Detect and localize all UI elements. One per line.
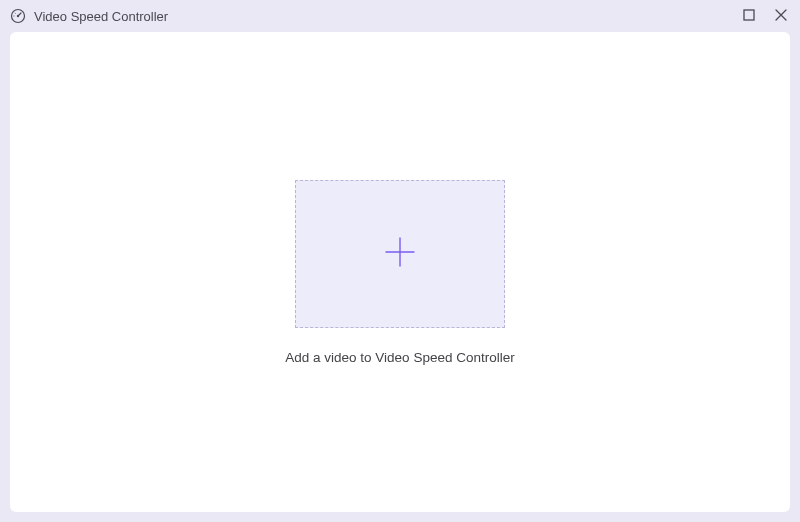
plus-icon: [378, 230, 422, 278]
window-title: Video Speed Controller: [34, 9, 168, 24]
app-window: Video Speed Controller: [0, 0, 800, 522]
window-controls: [740, 7, 790, 25]
titlebar-left: Video Speed Controller: [10, 8, 168, 24]
titlebar: Video Speed Controller: [0, 0, 800, 32]
instruction-text: Add a video to Video Speed Controller: [285, 350, 514, 365]
add-video-dropzone[interactable]: [295, 180, 505, 328]
close-icon: [775, 9, 787, 24]
close-button[interactable]: [772, 7, 790, 25]
maximize-icon: [743, 9, 755, 24]
svg-point-1: [17, 15, 19, 17]
maximize-button[interactable]: [740, 7, 758, 25]
speed-gauge-icon: [10, 8, 26, 24]
svg-rect-2: [744, 10, 754, 20]
content-panel: Add a video to Video Speed Controller: [10, 32, 790, 512]
